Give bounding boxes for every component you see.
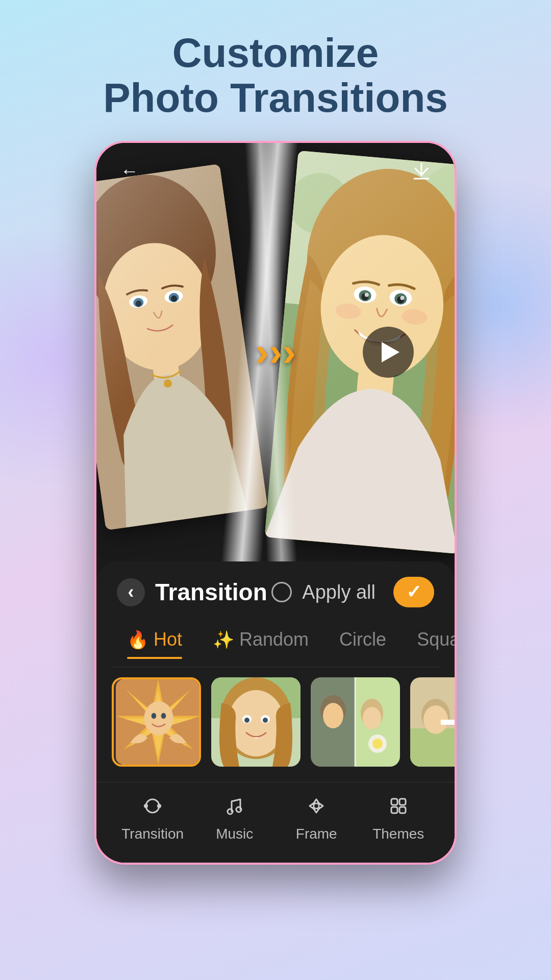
tab-hot-label: Hot — [154, 629, 182, 650]
check-icon: ✓ — [406, 581, 421, 603]
preview-area: › › › — [96, 143, 455, 561]
thumbnail-1[interactable] — [112, 677, 201, 767]
svg-point-46 — [263, 718, 268, 723]
svg-point-17 — [336, 206, 446, 316]
tab-random-label: Random — [239, 629, 309, 650]
svg-point-20 — [353, 286, 377, 304]
svg-point-5 — [129, 294, 148, 309]
random-icon: ✨ — [213, 629, 234, 650]
svg-rect-59 — [410, 728, 455, 767]
apply-all-label[interactable]: Apply all — [302, 581, 375, 603]
frame-nav-icon — [306, 795, 327, 822]
apply-all-checkbox[interactable] — [271, 582, 292, 602]
tab-random[interactable]: ✨ Random — [197, 623, 324, 656]
transition-header: ‹ Transition Apply all ✓ — [96, 561, 455, 618]
svg-point-29 — [401, 308, 428, 326]
svg-point-37 — [161, 713, 166, 719]
hot-icon: 🔥 — [127, 629, 148, 650]
svg-point-25 — [394, 292, 407, 305]
svg-point-53 — [372, 739, 383, 749]
nav-transition[interactable]: Transition — [119, 795, 186, 842]
nav-music-label: Music — [216, 826, 253, 842]
svg-point-4 — [95, 236, 219, 377]
svg-rect-11 — [152, 358, 183, 402]
svg-rect-84 — [391, 799, 397, 805]
thumb-4-inner — [410, 677, 455, 767]
thumbnails-row — [96, 667, 455, 782]
svg-point-27 — [400, 296, 405, 300]
svg-point-7 — [135, 300, 142, 307]
transition-title: Transition — [155, 578, 271, 606]
tab-square-label: Square — [417, 629, 455, 650]
svg-point-82 — [236, 807, 241, 812]
svg-point-6 — [133, 297, 144, 308]
thumbnail-4[interactable] — [410, 677, 455, 767]
thumbnail-3[interactable] — [311, 677, 400, 767]
nav-frame-label: Frame — [296, 826, 337, 842]
svg-point-24 — [389, 289, 413, 307]
svg-point-35 — [144, 701, 173, 736]
transition-arrows: › › › — [255, 332, 296, 373]
svg-point-8 — [164, 289, 184, 304]
nav-themes[interactable]: Themes — [365, 795, 432, 842]
themes-nav-icon — [388, 795, 409, 822]
back-chevron-icon: ‹ — [128, 581, 134, 603]
phone-topbar: ← — [96, 143, 455, 194]
tab-circle-label: Circle — [339, 629, 386, 650]
category-tabs: 🔥 Hot ✨ Random Circle Square LowPoly — [96, 618, 455, 667]
thumbnail-2[interactable] — [211, 677, 300, 767]
thumb-2-inner — [211, 677, 300, 767]
nav-transition-label: Transition — [121, 826, 184, 842]
svg-point-22 — [361, 293, 369, 301]
svg-point-12 — [163, 379, 172, 388]
svg-point-9 — [168, 292, 180, 303]
svg-point-21 — [359, 289, 372, 302]
tab-hot[interactable]: 🔥 Hot — [112, 623, 197, 656]
transition-nav-icon — [142, 795, 163, 822]
svg-point-55 — [363, 707, 381, 729]
svg-rect-87 — [399, 807, 406, 813]
music-nav-icon — [224, 795, 245, 822]
arrow-chevron-2: › — [269, 332, 283, 373]
download-button[interactable] — [409, 158, 434, 184]
svg-point-23 — [364, 292, 369, 297]
page-title: Customize Photo Transitions — [103, 31, 448, 120]
svg-point-26 — [397, 296, 405, 304]
svg-point-79 — [144, 804, 148, 808]
arrow-chevron-1: › — [255, 332, 269, 373]
svg-point-81 — [228, 809, 233, 814]
thumb-3-inner — [311, 677, 400, 767]
back-icon: ← — [120, 160, 139, 182]
svg-point-28 — [335, 302, 362, 320]
nav-themes-label: Themes — [372, 826, 424, 842]
confirm-button[interactable]: ✓ — [393, 577, 434, 607]
nav-frame[interactable]: Frame — [283, 795, 349, 842]
play-button[interactable] — [363, 327, 414, 378]
bottom-panel: ‹ Transition Apply all ✓ 🔥 Hot ✨ Random — [96, 561, 455, 863]
svg-rect-85 — [399, 799, 406, 805]
arrow-chevron-3: › — [282, 332, 296, 373]
download-icon — [411, 161, 432, 181]
nav-music[interactable]: Music — [202, 795, 268, 842]
phone-frame: ← — [94, 141, 457, 865]
svg-point-83 — [314, 803, 319, 808]
apply-all-area: Apply all ✓ — [271, 577, 434, 607]
svg-point-36 — [152, 713, 157, 719]
tab-circle[interactable]: Circle — [324, 623, 402, 656]
svg-point-10 — [170, 295, 178, 302]
tab-square[interactable]: Square — [402, 623, 455, 656]
transition-back-button[interactable]: ‹ — [117, 578, 145, 606]
thumb-1-inner — [114, 679, 199, 765]
back-button[interactable]: ← — [117, 158, 142, 184]
svg-point-80 — [157, 804, 161, 808]
svg-point-51 — [323, 703, 343, 728]
play-triangle-icon — [382, 342, 399, 362]
svg-point-44 — [244, 718, 249, 723]
svg-rect-86 — [391, 807, 397, 813]
bottom-nav: Transition Music — [96, 782, 455, 863]
